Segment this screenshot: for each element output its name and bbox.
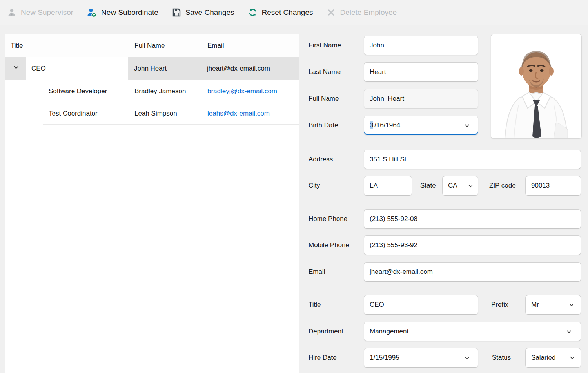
- reset-icon: [248, 7, 258, 17]
- email-link[interactable]: leahs@dx-email.com: [207, 110, 270, 118]
- column-header-title[interactable]: Title: [5, 34, 128, 57]
- home-phone-label: Home Phone: [309, 215, 347, 223]
- full-name-cell[interactable]: Bradley Jameson: [128, 80, 201, 102]
- full-name-cell[interactable]: Leah Simpson: [128, 102, 201, 125]
- department-value: Management: [370, 328, 408, 335]
- person-icon: [7, 8, 16, 17]
- mobile-phone-label: Mobile Phone: [309, 241, 349, 249]
- home-phone-field[interactable]: (213) 555-92-08: [364, 209, 581, 229]
- tree-header-row: Title Full Name Email: [5, 34, 299, 57]
- email-link[interactable]: jheart@dx-email.com: [207, 65, 270, 72]
- status-value: Salaried: [531, 354, 555, 362]
- email-field[interactable]: jheart@dx-email.com: [364, 262, 581, 282]
- new-supervisor-label: New Supervisor: [21, 8, 73, 17]
- expand-collapse-button[interactable]: [5, 57, 26, 80]
- chevron-down-icon[interactable]: [467, 183, 474, 189]
- delete-x-icon: [327, 8, 336, 17]
- full-name-cell[interactable]: John Heart: [128, 57, 201, 80]
- prefix-label: Prefix: [491, 301, 508, 309]
- first-name-label: First Name: [309, 42, 341, 49]
- zip-code-label: ZIP code: [489, 182, 516, 190]
- mobile-phone-field[interactable]: (213) 555-93-92: [364, 235, 581, 255]
- birth-date-field[interactable]: 3/16/1964: [364, 116, 478, 135]
- tree-row-ceo[interactable]: CEO John Heart jheart@dx-email.com: [5, 57, 299, 80]
- state-label: State: [420, 182, 436, 190]
- column-header-email[interactable]: Email: [201, 34, 299, 57]
- full-name-field: John Heart: [364, 89, 478, 109]
- new-supervisor-button[interactable]: New Supervisor: [6, 6, 74, 19]
- chevron-down-icon[interactable]: [569, 354, 576, 361]
- employee-photo: [491, 34, 582, 139]
- status-combobox[interactable]: Salaried: [525, 348, 581, 368]
- new-subordinate-label: New Subordinate: [101, 8, 158, 17]
- first-name-field[interactable]: John: [364, 36, 478, 55]
- tree-row-software-developer[interactable]: Software Developer Bradley Jameson bradl…: [5, 80, 299, 102]
- state-value: CA: [448, 182, 457, 190]
- zip-code-field[interactable]: 90013: [525, 176, 581, 196]
- title-cell-editor[interactable]: CEO: [26, 57, 128, 80]
- chevron-down-icon[interactable]: [463, 122, 472, 129]
- chevron-down-icon[interactable]: [568, 301, 575, 308]
- new-subordinate-button[interactable]: New Subordinate: [86, 6, 159, 19]
- save-changes-button[interactable]: Save Changes: [171, 6, 235, 19]
- city-label: City: [309, 182, 320, 190]
- hire-date-value: 1/15/1995: [370, 354, 399, 362]
- title-field[interactable]: CEO: [364, 295, 478, 315]
- department-label: Department: [309, 328, 343, 335]
- state-combobox[interactable]: CA: [442, 176, 478, 196]
- column-header-full-name[interactable]: Full Name: [128, 34, 201, 57]
- address-field[interactable]: 351 S Hill St.: [364, 150, 581, 169]
- address-label: Address: [309, 156, 333, 163]
- hire-date-field[interactable]: 1/15/1995: [364, 348, 478, 368]
- birth-date-label: Birth Date: [309, 121, 338, 129]
- prefix-combobox[interactable]: Mr: [525, 295, 581, 315]
- employee-tree-list: Title Full Name Email CEO John Heart jhe…: [5, 34, 299, 373]
- selected-date-part: 3: [370, 121, 373, 129]
- title-cell[interactable]: Software Developer: [5, 80, 128, 102]
- email-link[interactable]: bradleyj@dx-email.com: [207, 87, 277, 95]
- status-label: Status: [492, 354, 511, 362]
- delete-employee-button[interactable]: Delete Employee: [326, 6, 398, 19]
- person-add-icon: [87, 7, 97, 18]
- date-rest: /16/1964: [374, 121, 400, 129]
- full-name-label: Full Name: [309, 95, 339, 103]
- city-field[interactable]: LA: [364, 176, 412, 196]
- toolbar: New Supervisor New Subordinate: [0, 0, 588, 25]
- title-cell[interactable]: Test Coordinator: [5, 102, 128, 125]
- last-name-label: Last Name: [309, 68, 341, 76]
- tree-row-test-coordinator[interactable]: Test Coordinator Leah Simpson leahs@dx-e…: [5, 102, 299, 125]
- delete-employee-label: Delete Employee: [340, 8, 397, 17]
- chevron-down-icon: [12, 63, 20, 73]
- department-combobox[interactable]: Management: [364, 322, 581, 341]
- employee-manager-window: New Supervisor New Subordinate: [0, 0, 588, 373]
- reset-changes-button[interactable]: Reset Changes: [247, 6, 314, 19]
- prefix-value: Mr: [531, 301, 539, 309]
- title-label: Title: [309, 301, 321, 309]
- email-label: Email: [309, 268, 325, 276]
- reset-changes-label: Reset Changes: [262, 8, 313, 17]
- chevron-down-icon[interactable]: [565, 328, 573, 335]
- chevron-down-icon[interactable]: [463, 354, 471, 362]
- save-changes-label: Save Changes: [185, 8, 234, 17]
- last-name-field[interactable]: Heart: [364, 62, 478, 82]
- save-icon: [172, 8, 181, 17]
- hire-date-label: Hire Date: [309, 354, 337, 362]
